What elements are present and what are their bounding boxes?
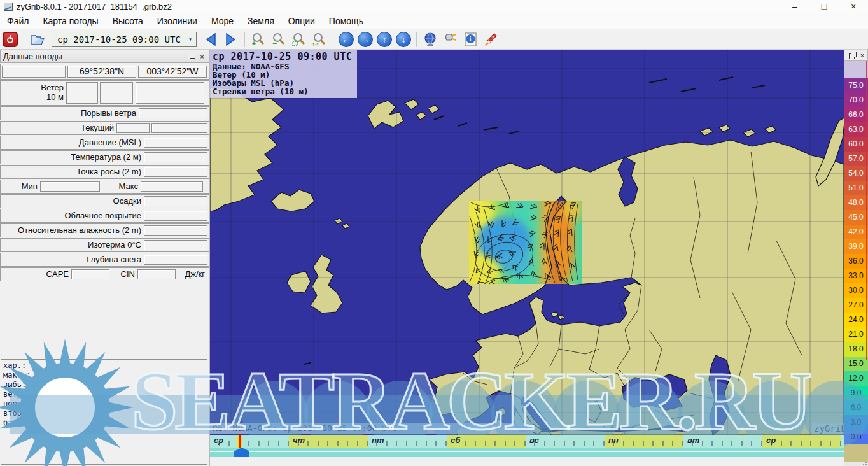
color-scale-panel: × 75.0 70.0 66.0 63.0 60.0 57.0 54.0 51.… [844, 50, 868, 466]
cape-cin-row: CAPE CIN Дж/кг [0, 267, 209, 281]
right-edge-line [866, 61, 867, 360]
timeline-ticks [210, 441, 844, 446]
menu-altitude[interactable]: Высота [106, 13, 150, 29]
scale-close-icon[interactable]: × [858, 52, 866, 59]
pan-down-button[interactable]: ↓ [396, 32, 411, 47]
maximize-button[interactable]: □ [809, 1, 839, 11]
pan-left-button[interactable]: ← [339, 32, 354, 47]
pan-up-button[interactable]: ↑ [377, 32, 392, 47]
time-slider-track[interactable] [210, 448, 844, 457]
zoom-in-button[interactable]: + [250, 31, 267, 48]
next-timestep-button[interactable] [223, 31, 239, 48]
zoom-region-button[interactable] [291, 31, 307, 48]
current-dir-cell [116, 123, 150, 133]
minmax-row: Мин Макс [0, 180, 209, 194]
scale-top-segment [844, 61, 868, 78]
connection-button[interactable] [442, 31, 459, 48]
footer-line: макс.: [3, 371, 205, 380]
min-cell [40, 181, 100, 192]
joules-label: Дж/кг [176, 270, 209, 279]
longitude-value: 003°42'52"W [138, 66, 207, 77]
arrow-left-icon: ← [342, 34, 351, 45]
latitude-value: 69°52'38"N [67, 66, 136, 77]
menu-options[interactable]: Опции [281, 13, 322, 29]
footer-line: зыбь: [3, 380, 205, 390]
minimize-button[interactable]: – [780, 1, 809, 11]
quit-button[interactable] [2, 31, 18, 48]
prev-timestep-button[interactable] [202, 31, 219, 48]
app-icon [4, 3, 13, 11]
info-icon: i [463, 32, 479, 47]
scale-value: 66.0 [844, 108, 868, 122]
pressure-label: Давление (MSL) [1, 138, 144, 148]
footer-line: перв: [3, 399, 205, 409]
map-info-overlay: ср 2017-10-25 09:00 UTC Данные: NOAA-GFS… [210, 50, 357, 98]
cin-label: CIN [109, 270, 137, 279]
isotherm-cell [144, 240, 207, 250]
humidity-row: Относительная влажность (2 m) [0, 223, 209, 237]
current-time-marker-line [239, 435, 241, 448]
humidity-label: Относительная влажность (2 m) [1, 226, 144, 236]
scale-value: 75.0 [844, 78, 868, 93]
menu-land[interactable]: Земля [241, 13, 281, 29]
scale-value: 18.0 [844, 342, 868, 357]
max-cell [141, 181, 203, 192]
gusts-cell [139, 108, 207, 118]
scale-title-bar: × [844, 50, 868, 61]
precip-cell [144, 196, 207, 206]
weather-data-panel: Данные погоды × 69°52'38"N 003°42'52"W В… [0, 50, 210, 466]
precip-label: Осадки [1, 197, 144, 206]
snow-cell [144, 255, 207, 265]
cape-cell [71, 269, 109, 279]
map-view[interactable]: ср 2017-10-25 09:00 UTC Данные: NOAA-GFS… [210, 50, 844, 466]
panel-close-icon[interactable]: × [198, 53, 206, 60]
svg-text:−: − [272, 39, 277, 47]
cloud-row: Облачное покрытие [0, 209, 209, 223]
zoom-actual-icon: 1:1 [312, 32, 327, 47]
svg-text:1:1: 1:1 [312, 43, 319, 47]
wind-dir-cell [66, 82, 98, 104]
arrow-up-icon: ↑ [382, 34, 387, 45]
zoom-actual-button[interactable]: 1:1 [311, 31, 328, 48]
scale-value: 70.0 [844, 93, 868, 108]
time-slider-handle[interactable] [234, 448, 249, 457]
scale-value: 60.0 [844, 137, 868, 152]
scale-value: 33.0 [844, 269, 868, 283]
footer-line: втор: [3, 409, 205, 418]
panel-title: Данные погоды [3, 52, 62, 61]
pan-right-button[interactable]: → [358, 32, 373, 47]
scale-float-icon[interactable] [848, 52, 856, 59]
grib-info-button[interactable]: i [463, 31, 479, 48]
scale-value: 12.0 [844, 371, 868, 386]
close-button[interactable]: × [839, 1, 868, 11]
plug-icon [443, 32, 458, 47]
menu-sea[interactable]: Море [204, 13, 241, 29]
current-speed-cell [151, 123, 207, 133]
zoom-out-button[interactable]: − [270, 31, 287, 48]
scale-value: 27.0 [844, 298, 868, 313]
footer-line: хар.: [3, 361, 205, 371]
menu-file[interactable]: Файл [0, 13, 36, 29]
resize-grip[interactable] [844, 462, 868, 466]
datetime-combo[interactable]: ср 2017-10-25 09:00 UTC ▾ [52, 32, 197, 47]
current-row: Текущий [0, 121, 209, 135]
scale-value: 39.0 [844, 239, 868, 254]
about-button[interactable] [483, 31, 500, 48]
scale-value: 48.0 [844, 195, 868, 210]
gusts-row: Порывы ветра [0, 106, 209, 120]
scale-bottom-segment [844, 444, 868, 462]
menu-isolines[interactable]: Изолинии [150, 13, 204, 29]
open-file-button[interactable] [29, 31, 46, 48]
download-grib-button[interactable] [422, 31, 438, 48]
timeline-bar[interactable]: ср чт пт сб вс пн вт ср чт [210, 435, 844, 448]
menu-bar: Файл Карта погоды Высота Изолинии Море З… [0, 13, 868, 29]
overlay-arrows: Стрелки ветра (10 м) [213, 87, 352, 95]
temperature-row: Температура (2 м) [0, 150, 209, 164]
menu-help[interactable]: Помощь [322, 13, 370, 29]
dewpoint-row: Точка росы (2 m) [0, 165, 209, 179]
menu-weather-map[interactable]: Карта погоды [36, 13, 105, 29]
svg-text:i: i [470, 35, 472, 43]
panel-title-bar: Данные погоды × [0, 50, 209, 63]
panel-float-icon[interactable] [187, 53, 195, 60]
zoom-in-icon: + [251, 32, 266, 47]
